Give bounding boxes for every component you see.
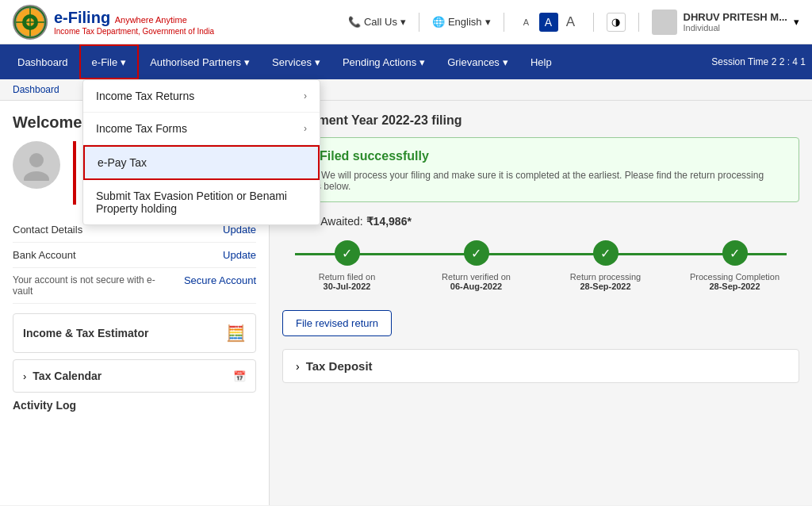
grievances-label: Grievances: [447, 56, 500, 68]
globe-icon: 🌐: [432, 16, 445, 28]
logo-area: e-Filing Anywhere Anytime Income Tax Dep…: [13, 5, 214, 40]
bank-account-row: Bank Account Update: [13, 243, 256, 268]
font-large-btn[interactable]: A: [561, 13, 580, 32]
success-title: ✓ Filed successfully: [296, 148, 786, 165]
auth-chevron: ▾: [244, 56, 250, 68]
efile-chevron: ▾: [121, 56, 126, 68]
refund-amount: ₹14,986*: [366, 215, 412, 228]
income-tax-estimator-card[interactable]: Income & Tax Estimator 🧮: [13, 313, 256, 353]
help-label: Help: [530, 56, 552, 68]
chevron-right-icon2: ›: [304, 123, 307, 134]
nav-bar: Dashboard e-File ▾ Authorised Partners ▾…: [0, 44, 812, 79]
timeline: ✓ Return filed on 30-Jul-2022 ✓ Return v…: [282, 240, 799, 291]
timeline-step-3: ✓ Return processing 28-Sep-2022: [541, 240, 670, 291]
efile-dropdown-menu: Income Tax Returns › Income Tax Forms › …: [82, 79, 320, 225]
call-us-chevron: ▾: [400, 16, 406, 28]
logo-subtitle: Income Tax Department, Government of Ind…: [54, 27, 214, 36]
user-name: DHRUV PRITESH M...: [684, 11, 787, 23]
dropdown-income-tax-forms[interactable]: Income Tax Forms ›: [83, 113, 320, 145]
font-small-btn[interactable]: A: [517, 13, 536, 32]
secure-account-row: Your account is not secure with e-vault …: [13, 268, 256, 304]
nav-dashboard[interactable]: Dashboard: [6, 44, 79, 79]
bank-account-label: Bank Account: [13, 249, 76, 261]
file-revised-btn[interactable]: File revised return: [282, 310, 392, 336]
dropdown-tax-evasion[interactable]: Submit Tax Evasion Petition or Benami Pr…: [83, 180, 320, 224]
nav-efile[interactable]: e-File ▾: [79, 44, 140, 79]
divider: [419, 13, 419, 32]
timeline-step-1: ✓ Return filed on 30-Jul-2022: [282, 240, 412, 291]
secure-account-label: Your account is not secure with e-vault: [13, 274, 155, 297]
assessment-title: ssessment Year 2022-23 filing: [282, 113, 799, 128]
chevron-right-icon: ›: [304, 90, 307, 102]
secure-account-action[interactable]: Secure Account: [184, 274, 256, 286]
success-banner: ✓ Filed successfully Note: We will proce…: [282, 137, 799, 202]
nav-help[interactable]: Help: [519, 44, 563, 79]
font-medium-btn[interactable]: A: [539, 13, 558, 32]
language-chevron: ▾: [485, 16, 491, 28]
tax-calendar-row[interactable]: › Tax Calendar 📅: [13, 359, 256, 393]
services-chevron: ▾: [315, 56, 320, 68]
contact-details-label: Contact Details: [13, 224, 82, 236]
pending-actions-label: Pending Actions: [343, 56, 416, 68]
font-controls: A A A: [517, 13, 580, 32]
tax-calendar-title: Tax Calendar: [33, 370, 102, 382]
calendar-icon: 📅: [233, 370, 246, 382]
logo-title: e-Filing Anywhere Anytime: [54, 9, 214, 27]
refund-section: Refund Awaited: ₹14,986*: [282, 215, 799, 228]
nav-authorised-partners[interactable]: Authorised Partners ▾: [139, 44, 261, 79]
success-note: Note: We will process your filing and ma…: [296, 170, 786, 192]
step-label-2: Return verified on: [442, 272, 511, 282]
session-time: Session Time 2 2 : 4 1: [711, 56, 806, 67]
tax-calendar-chevron: ›: [23, 370, 26, 382]
call-us-button[interactable]: 📞 Call Us ▾: [348, 16, 406, 28]
emblem-icon: [13, 5, 48, 40]
step-date-2: 06-Aug-2022: [450, 282, 502, 291]
dropdown-epay-tax[interactable]: e-Pay Tax: [83, 145, 320, 180]
user-chevron: ▾: [794, 16, 799, 28]
divider2: [504, 13, 504, 32]
timeline-step-4: ✓ Processing Completion 28-Sep-2022: [670, 240, 799, 291]
svg-point-5: [29, 153, 44, 167]
top-header: e-Filing Anywhere Anytime Income Tax Dep…: [0, 0, 812, 44]
contrast-btn[interactable]: ◑: [607, 13, 626, 32]
logo-text: e-Filing Anywhere Anytime Income Tax Dep…: [54, 9, 214, 36]
user-info: DHRUV PRITESH M... Individual: [684, 11, 787, 33]
bank-account-update[interactable]: Update: [223, 249, 256, 261]
dashboard-label: Dashboard: [17, 56, 68, 68]
services-label: Services: [272, 56, 312, 68]
authorised-partners-label: Authorised Partners: [150, 56, 241, 68]
calculator-icon: 🧮: [226, 324, 246, 343]
timeline-step-2: ✓ Return verified on 06-Aug-2022: [412, 240, 541, 291]
step-label-3: Return processing: [570, 272, 641, 282]
efile-label: e-File: [92, 56, 118, 68]
step-circle-3: ✓: [593, 240, 619, 266]
divider3: [593, 13, 594, 32]
tax-deposit-section[interactable]: › Tax Deposit: [282, 349, 799, 383]
step-label-4: Processing Completion: [690, 272, 779, 282]
header-right: 📞 Call Us ▾ 🌐 English ▾ A A A ◑ DHRUV PR…: [348, 10, 799, 35]
tax-deposit-title: Tax Deposit: [306, 359, 373, 373]
language-selector[interactable]: 🌐 English ▾: [432, 16, 491, 28]
step-date-4: 28-Sep-2022: [709, 282, 760, 291]
activity-log-title: Activity Log: [13, 393, 256, 412]
profile-avatar: [13, 141, 60, 189]
user-area[interactable]: DHRUV PRITESH M... Individual ▾: [652, 10, 799, 35]
income-tax-estimator-title: Income & Tax Estimator: [23, 327, 148, 339]
svg-point-6: [24, 171, 49, 181]
divider4: [638, 13, 639, 32]
phone-icon: 📞: [348, 16, 361, 28]
right-content: ssessment Year 2022-23 filing ✓ Filed su…: [270, 101, 812, 505]
timeline-container: ✓ Return filed on 30-Jul-2022 ✓ Return v…: [282, 240, 799, 291]
user-avatar: [652, 10, 677, 35]
nav-grievances[interactable]: Grievances ▾: [436, 44, 519, 79]
step-circle-2: ✓: [464, 240, 489, 266]
pending-chevron: ▾: [419, 56, 425, 68]
step-circle-4: ✓: [722, 240, 748, 266]
user-silhouette-icon: [21, 149, 52, 181]
nav-services[interactable]: Services ▾: [261, 44, 331, 79]
step-date-1: 30-Jul-2022: [324, 282, 371, 291]
nav-pending-actions[interactable]: Pending Actions ▾: [331, 44, 436, 79]
step-date-3: 28-Sep-2022: [580, 282, 630, 291]
dropdown-income-tax-returns[interactable]: Income Tax Returns ›: [83, 80, 320, 113]
contact-details-update[interactable]: Update: [223, 224, 256, 236]
